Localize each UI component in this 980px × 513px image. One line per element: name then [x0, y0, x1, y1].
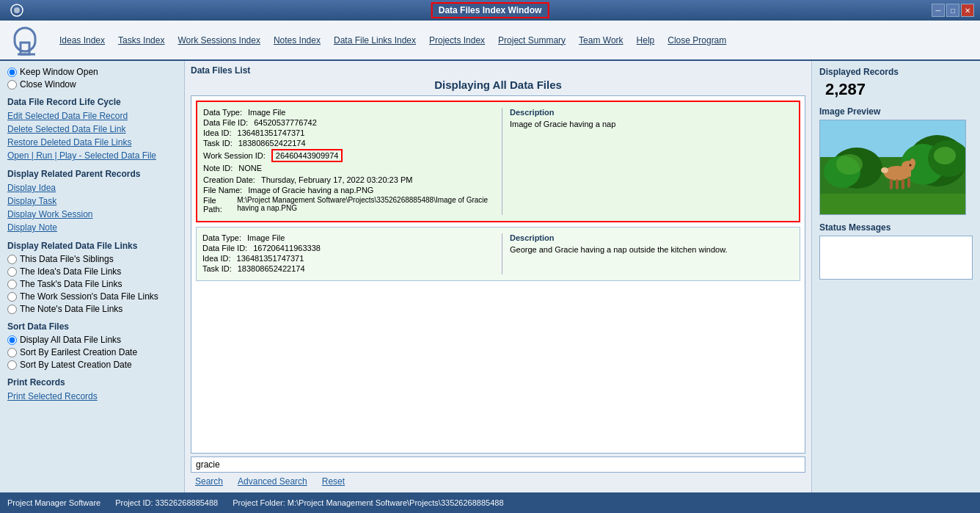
task-links-label: The Task's Data File Links	[20, 279, 122, 289]
work-session-links-option[interactable]: The Work Session's Data File Links	[7, 291, 177, 302]
menu-close-program[interactable]: Close Program	[662, 32, 732, 48]
svg-rect-19	[905, 168, 911, 177]
open-run-play-link[interactable]: Open | Run | Play - Selected Data File	[7, 150, 177, 161]
idea-links-label: The Idea's Data File Links	[20, 266, 121, 277]
display-idea-link[interactable]: Display Idea	[7, 182, 177, 194]
status-messages-section: Status Messages	[819, 222, 973, 280]
window-title: Data Files Index Window	[431, 2, 549, 18]
note-links-label: The Note's Data File Links	[20, 304, 122, 314]
minimize-button[interactable]: ─	[932, 4, 945, 17]
record-count: 2,287	[825, 80, 973, 99]
restore-deleted-link[interactable]: Restore Deleted Data File Links	[7, 137, 177, 148]
records-list[interactable]: Data Type: Image File Data File ID: 6452…	[191, 95, 805, 454]
note-links-radio[interactable]	[7, 305, 17, 314]
svg-point-21	[910, 164, 912, 167]
menu-notes-index[interactable]: Notes Index	[268, 32, 326, 48]
task-id-value-2: 183808652422174	[238, 264, 305, 273]
record-1-fields: Data Type: Image File Data File ID: 6452…	[203, 108, 494, 215]
menu-items: Ideas Index Tasks Index Work Sessions In…	[54, 32, 732, 48]
print-selected-link[interactable]: Print Selected Records	[7, 390, 177, 402]
delete-selected-link[interactable]: Delete Selected Data File Link	[7, 123, 177, 135]
work-session-id-value-1: 26460443909974	[271, 149, 343, 162]
display-all-radio[interactable]	[7, 335, 17, 345]
edit-selected-link[interactable]: Edit Selected Data File Record	[7, 110, 177, 122]
data-files-list-title: Displaying All Data Files	[191, 79, 805, 91]
menu-data-file-links-index[interactable]: Data File Links Index	[328, 32, 422, 48]
display-all-option[interactable]: Display All Data File Links	[7, 335, 177, 345]
sort-earliest-option[interactable]: Sort By Earilest Creation Date	[7, 347, 177, 357]
status-messages-area	[819, 236, 973, 280]
data-file-id-value-2: 167206411963338	[253, 244, 321, 252]
menu-bar: Ideas Index Tasks Index Work Sessions In…	[0, 21, 980, 61]
svg-point-22	[881, 167, 888, 173]
window-controls: ─ □ ✕	[932, 4, 974, 17]
menu-ideas-index[interactable]: Ideas Index	[54, 32, 111, 48]
display-task-link[interactable]: Display Task	[7, 195, 177, 207]
lifecycle-section-title: Data File Record Life Cycle	[7, 97, 177, 107]
work-session-id-label-1: Work Session ID:	[203, 151, 266, 160]
close-window-radio[interactable]	[7, 80, 17, 90]
reset-button[interactable]: Reset	[322, 476, 345, 487]
task-id-value-1: 183808652422174	[238, 139, 306, 148]
work-session-links-radio[interactable]	[7, 292, 17, 302]
task-links-option[interactable]: The Task's Data File Links	[7, 279, 177, 289]
record-card-2[interactable]: Data Type: Image File Data File ID: 1672…	[196, 227, 800, 281]
siblings-radio[interactable]	[7, 255, 17, 264]
task-id-label-2: Task ID:	[202, 264, 232, 273]
parent-records-section-title: Display Related Parent Records	[7, 169, 177, 179]
app-logo	[6, 22, 46, 59]
data-type-label-2: Data Type:	[202, 233, 241, 242]
file-path-value-1: M:\Project Management Software\Projects\…	[237, 196, 494, 214]
sort-latest-option[interactable]: Sort By Latest Creation Date	[7, 360, 177, 370]
file-name-value-1: Image of Gracie having a nap.PNG	[248, 186, 373, 194]
restore-button[interactable]: □	[946, 4, 959, 17]
keep-window-open-radio[interactable]	[7, 68, 17, 77]
advanced-search-button[interactable]: Advanced Search	[238, 476, 307, 487]
record-card-1[interactable]: Data Type: Image File Data File ID: 6452…	[196, 101, 800, 222]
idea-id-label-2: Idea ID:	[202, 254, 231, 263]
menu-tasks-index[interactable]: Tasks Index	[112, 32, 170, 48]
search-area: gracie Search Advanced Search Reset	[191, 456, 805, 488]
data-files-list-header: Data Files List	[191, 65, 805, 76]
keep-window-open-label: Keep Window Open	[20, 67, 98, 77]
display-work-session-link[interactable]: Display Work Session	[7, 208, 177, 220]
svg-point-25	[836, 154, 863, 175]
note-links-option[interactable]: The Note's Data File Links	[7, 304, 177, 314]
image-preview-title: Image Preview	[819, 106, 973, 117]
idea-links-radio[interactable]	[7, 267, 17, 277]
project-folder: Project Folder: M:\Project Management So…	[233, 498, 503, 507]
menu-work-sessions-index[interactable]: Work Sessions Index	[172, 32, 266, 48]
close-window-button[interactable]: ✕	[961, 4, 974, 17]
menu-help[interactable]: Help	[631, 32, 661, 48]
search-buttons: Search Advanced Search Reset	[191, 475, 805, 488]
siblings-label: This Data File's Siblings	[20, 254, 114, 264]
svg-rect-2	[15, 28, 35, 51]
description-title-2: Description	[510, 233, 794, 242]
image-preview-section: Image Preview	[819, 106, 973, 215]
task-links-radio[interactable]	[7, 280, 17, 289]
siblings-option[interactable]: This Data File's Siblings	[7, 254, 177, 264]
menu-projects-index[interactable]: Projects Index	[423, 32, 491, 48]
data-file-links-section-title: Display Related Data File Links	[7, 241, 177, 251]
search-input[interactable]: gracie	[191, 456, 805, 473]
idea-id-label-1: Idea ID:	[203, 128, 232, 137]
menu-project-summary[interactable]: Project Summary	[492, 32, 571, 48]
data-file-id-label-2: Data File ID:	[202, 244, 247, 252]
data-file-id-value-1: 64520537776742	[254, 118, 317, 127]
keep-window-open-option[interactable]: Keep Window Open	[7, 67, 177, 77]
record-1-description: Description Image of Gracie having a nap	[502, 108, 793, 215]
sort-earliest-radio[interactable]	[7, 348, 17, 357]
sort-latest-radio[interactable]	[7, 360, 17, 370]
menu-team-work[interactable]: Team Work	[573, 32, 629, 48]
data-files-area: Data Files List Displaying All Data File…	[185, 61, 811, 492]
idea-links-option[interactable]: The Idea's Data File Links	[7, 266, 177, 277]
close-window-option[interactable]: Close Window	[7, 79, 177, 90]
displayed-records-section: Displayed Records 2,287	[819, 67, 973, 99]
note-id-value-1: NONE	[238, 164, 262, 172]
search-button[interactable]: Search	[195, 476, 223, 487]
display-note-link[interactable]: Display Note	[7, 222, 177, 233]
svg-point-24	[934, 147, 956, 164]
svg-point-1	[14, 7, 20, 13]
main-layout: Keep Window Open Close Window Data File …	[0, 61, 980, 492]
svg-rect-17	[902, 179, 904, 189]
